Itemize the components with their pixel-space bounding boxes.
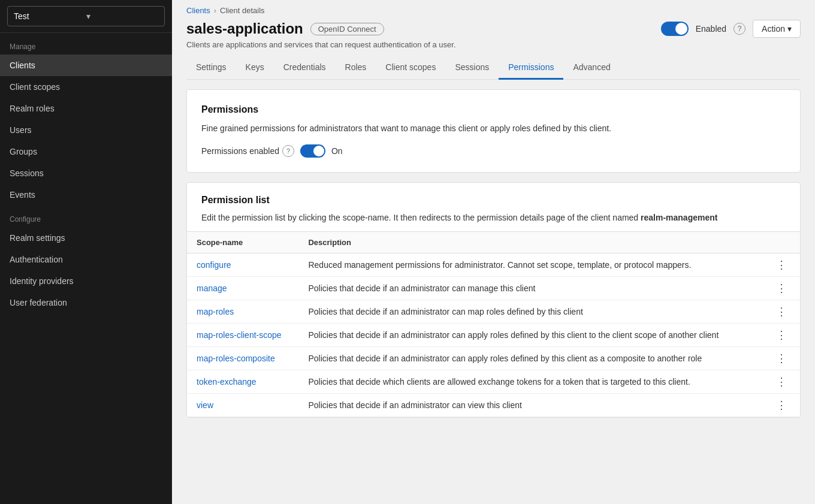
sidebar-item-authentication[interactable]: Authentication [0,249,172,270]
tab-keys[interactable]: Keys [236,56,274,80]
enabled-toggle[interactable] [661,22,689,36]
sidebar-item-groups[interactable]: Groups [0,141,172,162]
sidebar-item-realm-roles[interactable]: Realm roles [0,98,172,119]
action-arrow-icon: ▾ [787,24,792,34]
scope-name-link[interactable]: map-roles-client-scope [197,330,282,340]
description-cell: Policies that decide if an administrator… [298,324,760,347]
kebab-menu-icon[interactable]: ⋮ [772,375,790,389]
kebab-menu-icon[interactable]: ⋮ [772,328,790,342]
kebab-menu-icon[interactable]: ⋮ [772,351,790,366]
scope-name-cell: map-roles-client-scope [187,324,298,347]
sidebar-item-clients-label: Clients [10,61,35,70]
table-row: view Policies that decide if an administ… [187,394,800,417]
description-cell: Policies that decide if an administrator… [298,394,760,417]
realm-selector-area: Test ▾ [0,0,172,33]
sidebar-item-sessions[interactable]: Sessions [0,162,172,184]
action-label: Action [762,24,785,34]
col-scope-name: Scope-name [187,232,298,253]
sidebar-item-events-label: Events [10,190,35,200]
sidebar-item-groups-label: Groups [10,147,37,156]
page-header: sales-application OpenID Connect Enabled… [172,15,815,38]
sidebar-item-client-scopes-label: Client scopes [10,82,60,92]
sidebar-item-user-federation-label: User federation [10,298,67,307]
permissions-card-desc: Fine grained permissions for administrat… [201,122,786,135]
enabled-label: Enabled [696,24,726,34]
sidebar-item-realm-settings[interactable]: Realm settings [0,227,172,249]
sidebar-item-identity-providers[interactable]: Identity providers [0,270,172,292]
scope-name-cell: map-roles [187,300,298,324]
openid-connect-badge: OpenID Connect [310,23,384,35]
row-actions-cell: ⋮ [760,324,800,347]
page-title: sales-application [186,20,303,37]
sidebar-item-clients[interactable]: Clients [0,55,172,76]
sidebar-item-events[interactable]: Events [0,184,172,206]
kebab-menu-icon[interactable]: ⋮ [772,398,790,412]
row-actions-cell: ⋮ [760,300,800,324]
tab-credentials[interactable]: Credentials [274,56,336,80]
sidebar-item-client-scopes[interactable]: Client scopes [0,76,172,98]
sidebar-item-identity-providers-label: Identity providers [10,276,74,286]
kebab-menu-icon[interactable]: ⋮ [772,304,790,319]
scope-name-link[interactable]: manage [197,283,227,293]
scope-name-link[interactable]: map-roles-composite [197,354,275,363]
scope-name-link[interactable]: configure [197,260,231,270]
configure-section-label: Configure [0,206,172,227]
sidebar-item-users-label: Users [10,125,32,135]
description-cell: Policies that decide if an administrator… [298,277,760,300]
scope-name-link[interactable]: token-exchange [197,377,256,387]
sidebar-item-sessions-label: Sessions [10,168,44,178]
realm-select[interactable]: Test ▾ [7,6,165,26]
scope-name-cell: manage [187,277,298,300]
table-row: manage Policies that decide if an admini… [187,277,800,300]
permissions-enabled-toggle[interactable] [300,144,325,158]
tab-permissions[interactable]: Permissions [499,56,563,80]
sidebar-item-users[interactable]: Users [0,119,172,141]
row-actions-cell: ⋮ [760,253,800,277]
permissions-enabled-row: Permissions enabled ? On [201,144,786,158]
permission-table: Scope-name Description configure Reduced… [187,231,800,417]
breadcrumb-separator: › [214,6,216,15]
tab-client-scopes[interactable]: Client scopes [376,56,445,80]
scope-name-cell: configure [187,253,298,277]
scope-name-cell: map-roles-composite [187,347,298,370]
row-actions-cell: ⋮ [760,370,800,394]
scope-name-link[interactable]: map-roles [197,307,234,316]
permissions-enabled-label: Permissions enabled ? [201,145,294,157]
permission-list-desc-prefix: Edit the permission list by clicking the… [201,213,641,222]
table-row: map-roles Policies that decide if an adm… [187,300,800,324]
permissions-enabled-help-icon[interactable]: ? [282,145,294,157]
permission-list-header: Permission list Edit the permission list… [187,183,800,231]
permission-list-desc: Edit the permission list by clicking the… [201,212,786,224]
tab-settings[interactable]: Settings [186,56,236,80]
sidebar-item-realm-roles-label: Realm roles [10,104,55,113]
col-actions-header [760,232,800,253]
breadcrumb-current: Client details [220,6,264,15]
sidebar-item-realm-settings-label: Realm settings [10,233,65,243]
row-actions-cell: ⋮ [760,347,800,370]
help-icon[interactable]: ? [734,23,745,35]
tab-roles[interactable]: Roles [336,56,376,80]
kebab-menu-icon[interactable]: ⋮ [772,258,790,272]
tab-advanced[interactable]: Advanced [563,56,620,80]
scope-name-link[interactable]: view [197,400,213,410]
table-row: map-roles-client-scope Policies that dec… [187,324,800,347]
table-row: configure Reduced management permissions… [187,253,800,277]
permissions-enabled-text: Permissions enabled [201,146,279,156]
page-title-area: sales-application OpenID Connect [186,20,384,37]
table-row: map-roles-composite Policies that decide… [187,347,800,370]
tab-sessions[interactable]: Sessions [445,56,499,80]
kebab-menu-icon[interactable]: ⋮ [772,281,790,295]
tabs: Settings Keys Credentials Roles Client s… [186,56,801,80]
description-cell: Policies that decide if an administrator… [298,347,760,370]
breadcrumb-clients-link[interactable]: Clients [186,6,210,15]
action-button[interactable]: Action ▾ [753,20,801,38]
page-subtitle: Clients are applications and services th… [172,38,815,49]
permissions-card: Permissions Fine grained permissions for… [186,89,801,173]
description-cell: Policies that decide if an administrator… [298,300,760,324]
breadcrumb: Clients › Client details [172,0,815,15]
realm-name: Test [14,11,86,21]
sidebar-item-user-federation[interactable]: User federation [0,292,172,313]
permission-list-title: Permission list [201,195,786,206]
header-actions: Enabled ? Action ▾ [661,20,801,38]
sidebar-item-authentication-label: Authentication [10,255,63,264]
